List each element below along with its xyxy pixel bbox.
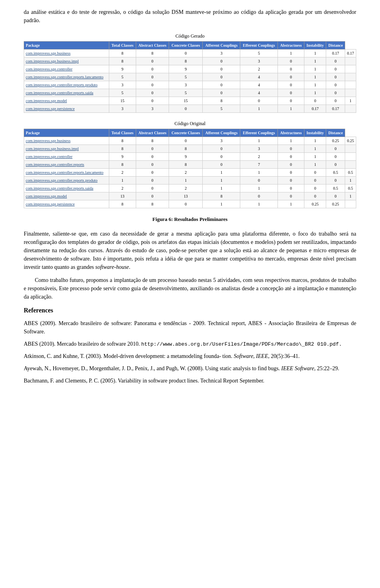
package-cell: com.improvess.sge.business.impl [24, 57, 109, 65]
data-cell [345, 81, 356, 89]
data-cell: 0 [326, 89, 345, 97]
col-efferent: Efferent Couplings [240, 42, 277, 49]
data-cell: 1 [277, 200, 304, 208]
table2-title: Código Original [24, 120, 356, 127]
data-cell: 0.5 [326, 169, 345, 177]
data-cell: 13 [169, 192, 203, 200]
references-section: References ABES (2009). Mercado brasilei… [24, 306, 356, 385]
data-cell: 9 [109, 153, 136, 161]
data-cell: 0.17 [326, 49, 345, 57]
data-cell: 0 [136, 192, 169, 200]
data-cell: 3 [169, 81, 203, 89]
data-cell [345, 105, 356, 113]
data-cell: 2 [109, 169, 136, 177]
table-row: com.improvess.sge.persistence8801110.250… [24, 200, 356, 208]
data-cell: 0 [203, 73, 240, 81]
table-generated: Package Total Classes Abstract Classes C… [24, 41, 356, 113]
table-row: com.improvess.sge.business88035110.170.1… [24, 49, 356, 57]
data-cell: 5 [169, 73, 203, 81]
data-cell: 0 [136, 161, 169, 169]
data-cell: 0 [169, 105, 203, 113]
data-cell: 8 [109, 161, 136, 169]
table-row: com.improvess.sge.business.impl80803010 [24, 57, 356, 65]
data-cell: 0 [169, 49, 203, 57]
data-cell: 0 [277, 57, 304, 65]
data-cell: 0 [326, 153, 345, 161]
col2-package: Package [24, 129, 109, 137]
data-cell: 0.17 [304, 105, 326, 113]
data-cell: 9 [169, 153, 203, 161]
reference-item-ref3: Atkinson, C. and Kuhne, T. (2003). Model… [24, 352, 356, 360]
data-cell: 1 [345, 177, 356, 185]
table-original: Package Total Classes Abstract Classes C… [24, 129, 356, 208]
package-cell: com.improvess.sge.controller.reports.sai… [24, 185, 109, 192]
data-cell: 8 [136, 49, 169, 57]
data-cell: 5 [240, 49, 277, 57]
table-row: com.improvess.sge.controller.reports.pro… [24, 81, 356, 89]
data-cell: 7 [240, 161, 277, 169]
data-cell: 8 [169, 57, 203, 65]
package-cell: com.improvess.sge.model [24, 97, 109, 105]
package-cell: com.improvess.sge.persistence [24, 105, 109, 113]
figura-caption: Figura 6: Resultados Preliminares [24, 215, 356, 223]
data-cell: 3 [109, 105, 136, 113]
data-cell: 0.17 [345, 49, 356, 57]
data-cell: 8 [136, 200, 169, 208]
col-instability: Instability [304, 42, 326, 49]
data-cell [345, 145, 356, 153]
col-afferent: Afferent Couplings [203, 42, 240, 49]
table-row: com.improvess.sge.controller.reports.lan… [24, 169, 356, 177]
col-concrete: Concrete Classes [169, 42, 203, 49]
data-cell: 0 [169, 137, 203, 145]
data-cell: 0 [277, 145, 304, 153]
data-cell [345, 153, 356, 161]
data-cell: 1 [304, 73, 326, 81]
package-cell: com.improvess.sge.persistence [24, 200, 109, 208]
data-cell: 0 [326, 161, 345, 169]
data-cell: 0 [277, 185, 304, 192]
data-cell: 9 [109, 65, 136, 73]
data-cell: 3 [203, 49, 240, 57]
data-cell: 0 [136, 97, 169, 105]
data-cell: 1 [277, 137, 304, 145]
data-cell: 15 [169, 97, 203, 105]
data-cell: 0 [277, 192, 304, 200]
data-cell: 0 [169, 200, 203, 208]
data-cell: 2 [240, 153, 277, 161]
data-cell: 0.25 [304, 200, 326, 208]
data-cell: 8 [169, 145, 203, 153]
data-cell: 0.25 [326, 137, 345, 145]
table-section-original: Código Original Package Total Classes Ab… [24, 120, 356, 208]
table-row: com.improvess.sge.controller.reports8080… [24, 161, 356, 169]
data-cell: 0 [240, 192, 277, 200]
col2-efferent: Efferent Couplings [240, 129, 277, 137]
data-cell: 0 [277, 177, 304, 185]
data-cell: 4 [240, 81, 277, 89]
references-title: References [24, 306, 356, 315]
data-cell: 8 [109, 137, 136, 145]
data-cell: 2 [240, 65, 277, 73]
package-cell: com.improvess.sge.business [24, 49, 109, 57]
package-cell: com.improvess.sge.controller.reports.pro… [24, 81, 109, 89]
data-cell: 0 [326, 177, 345, 185]
col-total: Total Classes [109, 42, 136, 49]
data-cell: 1 [240, 200, 277, 208]
data-cell: 8 [136, 137, 169, 145]
data-cell: 0 [240, 177, 277, 185]
package-cell: com.improvess.sge.model [24, 192, 109, 200]
data-cell: 2 [169, 185, 203, 192]
data-cell: 1 [240, 169, 277, 177]
col-abstract: Abstract Classes [136, 42, 169, 49]
data-cell: 1 [345, 192, 356, 200]
data-cell: 1 [240, 185, 277, 192]
data-cell [345, 73, 356, 81]
data-cell: 0 [304, 169, 326, 177]
col2-abstract: Abstract Classes [136, 129, 169, 137]
data-cell: 1 [304, 49, 326, 57]
data-cell: 1 [277, 49, 304, 57]
data-cell: 1 [203, 185, 240, 192]
data-cell: 0.25 [326, 200, 345, 208]
package-cell: com.improvess.sge.business.impl [24, 145, 109, 153]
data-cell: 0.25 [345, 137, 356, 145]
data-cell: 1 [203, 200, 240, 208]
